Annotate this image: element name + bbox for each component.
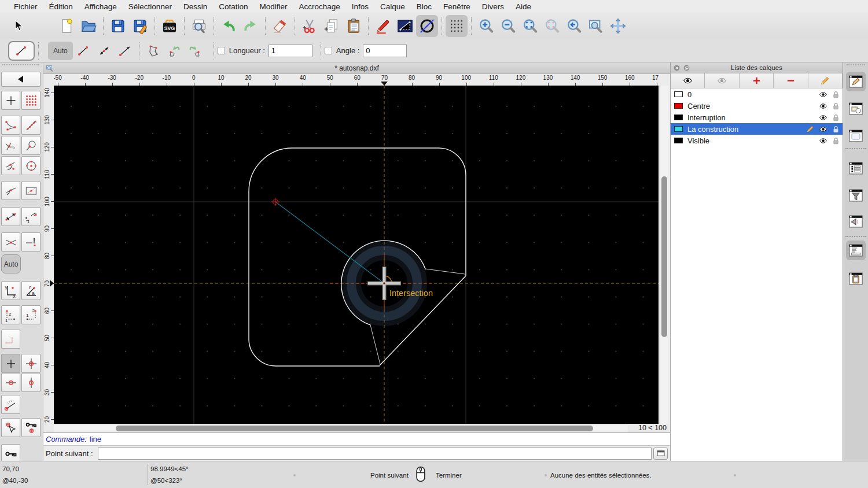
- line-arrow-button[interactable]: [115, 42, 135, 60]
- save-as-button[interactable]: [129, 15, 151, 37]
- dock-library-toggle-button[interactable]: [846, 126, 866, 146]
- length-input[interactable]: [269, 45, 312, 57]
- slot-line-bottom[interactable]: [370, 325, 380, 364]
- drawing-canvas[interactable]: Intersection: [54, 86, 659, 424]
- layer-lock-toggle[interactable]: [830, 102, 841, 110]
- zoom-back-button[interactable]: [563, 15, 585, 37]
- snap-intersection-manual-button[interactable]: !: [21, 232, 41, 252]
- angle-gauge-button[interactable]: [1, 395, 20, 414]
- lock-relative-zero-button[interactable]: [21, 418, 41, 437]
- pen-button[interactable]: [372, 15, 394, 37]
- zoom-window-button[interactable]: [585, 15, 607, 37]
- zoom-out-button[interactable]: [497, 15, 519, 37]
- current-tool-line-button[interactable]: [8, 41, 35, 61]
- cut-button[interactable]: [299, 15, 321, 37]
- layer-remove-button[interactable]: [774, 73, 808, 88]
- snap-nearest-button[interactable]: [1, 156, 20, 175]
- select-snap-button[interactable]: [1, 418, 20, 437]
- menu-bloc[interactable]: Bloc: [411, 2, 437, 11]
- line-auto-mode-button[interactable]: Auto: [48, 42, 73, 60]
- angle-input[interactable]: [363, 45, 407, 57]
- zoom-auto-button[interactable]: [519, 15, 541, 37]
- restrict-nothing-button[interactable]: [1, 354, 20, 373]
- vertical-scrollbar-thumb[interactable]: [661, 176, 667, 337]
- circle-line-button[interactable]: [416, 15, 438, 37]
- undo-button[interactable]: [218, 15, 240, 37]
- line-two-arrows-button[interactable]: [94, 42, 115, 60]
- length-checkbox[interactable]: [218, 47, 225, 54]
- poly-undo-button[interactable]: [164, 42, 185, 60]
- angle-checkbox[interactable]: [325, 47, 332, 54]
- zoom-pan-button[interactable]: [607, 15, 629, 37]
- horizontal-scrollbar-thumb[interactable]: [116, 426, 593, 431]
- layer-visibility-toggle[interactable]: [817, 113, 829, 122]
- layer-add-button[interactable]: [740, 73, 774, 88]
- redo-button[interactable]: [240, 15, 262, 37]
- slot-line-top[interactable]: [425, 269, 465, 274]
- layer-lock-toggle[interactable]: [830, 136, 841, 145]
- command-input[interactable]: [98, 448, 652, 460]
- layer-lock-toggle[interactable]: [830, 113, 841, 122]
- menu-calque[interactable]: Calque: [374, 2, 411, 11]
- restrict-ortho-button[interactable]: [1, 330, 20, 349]
- eraser-button[interactable]: [269, 15, 291, 37]
- drawing-window-titlebar[interactable]: * autosnap.dxf: [43, 62, 670, 74]
- dock-announce-toggle-button[interactable]: [846, 212, 866, 231]
- grid-dots-button[interactable]: [446, 15, 468, 37]
- coord-cartesian-button[interactable]: yx: [1, 281, 20, 300]
- command-options-button[interactable]: [653, 448, 668, 460]
- construction-line[interactable]: [275, 202, 384, 283]
- menu-modifier[interactable]: Modifier: [253, 2, 293, 11]
- snap-distance-button[interactable]: [1, 207, 20, 226]
- layer-visibility-toggle[interactable]: [817, 125, 829, 134]
- open-folder-button[interactable]: [78, 15, 100, 37]
- paste-button[interactable]: [343, 15, 365, 37]
- snap-divide-button[interactable]: 12: [21, 207, 41, 226]
- snap-intersection-button[interactable]: [1, 232, 20, 252]
- rel-coord-2-button[interactable]: 21: [21, 305, 41, 324]
- save-button[interactable]: [107, 15, 129, 37]
- new-file-button[interactable]: [56, 15, 78, 37]
- restrict-orthogonal-button[interactable]: [21, 354, 41, 373]
- layer-row-la-construction[interactable]: La construction: [671, 123, 843, 135]
- poly-redo-button[interactable]: [185, 42, 205, 60]
- snap-auto-button[interactable]: Auto: [1, 254, 21, 273]
- dock-blocks-toggle-button[interactable]: [846, 99, 866, 119]
- menu-aide[interactable]: Aide: [510, 2, 537, 11]
- snap-middle-button[interactable]: [1, 181, 20, 200]
- snap-tangent-button[interactable]: [1, 136, 20, 155]
- snap-reference-button[interactable]: [21, 181, 41, 200]
- snap-center-button[interactable]: [21, 156, 41, 175]
- snap-free-button[interactable]: [1, 91, 20, 110]
- layer-hide-all-button[interactable]: [705, 73, 739, 88]
- back-arrow-button[interactable]: [1, 72, 41, 87]
- restrict-horizontal-button[interactable]: [1, 373, 20, 392]
- dock-filter-toggle-button[interactable]: [846, 186, 866, 205]
- dock-command-toggle-button[interactable]: [846, 241, 866, 260]
- layer-row-0[interactable]: 0: [671, 88, 843, 100]
- menu-dessin[interactable]: Dessin: [178, 2, 213, 11]
- snap-circle-button[interactable]: [21, 136, 41, 155]
- layer-show-all-button[interactable]: [671, 73, 705, 88]
- dock-clipboard-toggle-button[interactable]: [846, 269, 866, 289]
- layer-construction-icon[interactable]: [804, 125, 816, 133]
- restrict-vertical-button[interactable]: [21, 373, 41, 392]
- coord-polar-button[interactable]: ra: [21, 281, 41, 300]
- layer-visibility-toggle[interactable]: [817, 102, 829, 110]
- rel-coord-1-button[interactable]: 21: [1, 305, 20, 324]
- zoom-in-button[interactable]: [475, 15, 497, 37]
- copy-button[interactable]: [321, 15, 343, 37]
- layer-row-interruption[interactable]: Interruption: [671, 112, 843, 123]
- menu-edition[interactable]: Édition: [43, 2, 79, 11]
- print-preview-button[interactable]: [188, 15, 210, 37]
- menu-divers[interactable]: Divers: [476, 2, 510, 11]
- svg-export-button[interactable]: SVG: [159, 15, 181, 37]
- line-seg-button[interactable]: [73, 42, 94, 60]
- polyline-button[interactable]: [143, 42, 164, 60]
- menu-infos[interactable]: Infos: [346, 2, 374, 11]
- line-rect-button[interactable]: [394, 15, 416, 37]
- layer-visibility-toggle[interactable]: [817, 136, 829, 145]
- zoom-prev-button[interactable]: [541, 15, 563, 37]
- menu-fichier[interactable]: Fichier: [8, 2, 43, 11]
- menu-selectionner[interactable]: Sélectionner: [123, 2, 178, 11]
